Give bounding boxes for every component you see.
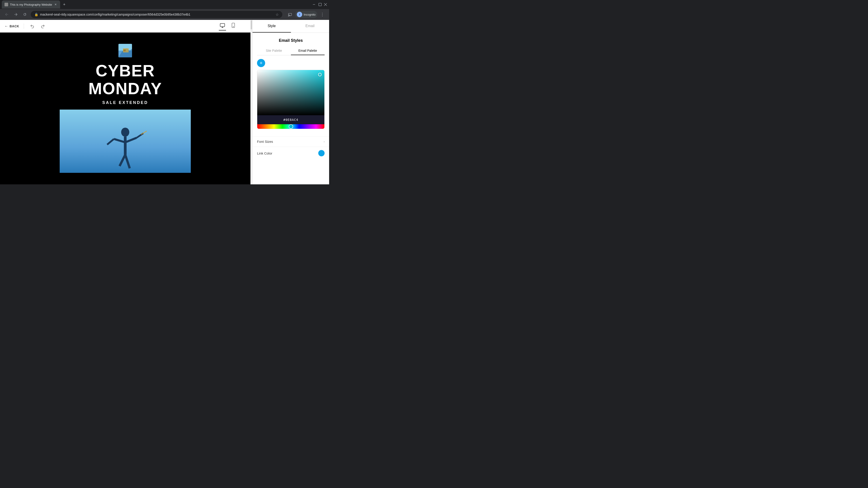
color-spectrum-slider[interactable]: [257, 124, 324, 129]
scrollbar-thumb[interactable]: [251, 20, 252, 29]
right-panel: Style Email Email Styles Site Palette Em…: [252, 20, 329, 184]
svg-rect-13: [123, 50, 126, 51]
cast-button[interactable]: [287, 11, 293, 18]
cyber-monday-headline: CYBER MONDAY: [64, 62, 186, 98]
svg-rect-4: [288, 13, 291, 15]
back-nav-button[interactable]: [4, 11, 10, 18]
palette-tabs: Site Palette Email Palette: [257, 46, 324, 55]
url-text: mackerel-seal-nldy.squarespace.com/confi…: [40, 13, 274, 16]
close-icon[interactable]: [324, 3, 327, 6]
back-label: BACK: [10, 24, 19, 28]
email-styles-title: Email Styles: [252, 33, 329, 46]
add-color-button[interactable]: +: [257, 59, 265, 67]
tab-title: This is my Photography Website: [10, 3, 52, 6]
profile-button[interactable]: I Incognito: [295, 11, 317, 18]
forward-nav-button[interactable]: [13, 11, 19, 18]
url-bar[interactable]: 🔒 mackerel-seal-nldy.squarespace.com/con…: [31, 11, 282, 18]
lock-icon: 🔒: [34, 13, 38, 16]
svg-rect-6: [220, 24, 225, 27]
undo-button[interactable]: [29, 23, 36, 30]
color-hex-display: #0E8AC4: [257, 115, 324, 124]
new-tab-button[interactable]: +: [61, 1, 67, 8]
color-gradient-area[interactable]: [257, 70, 324, 115]
svg-point-8: [233, 26, 234, 27]
tab-email[interactable]: Email: [291, 20, 329, 33]
window-controls: [313, 3, 327, 6]
site-palette-tab[interactable]: Site Palette: [257, 46, 291, 55]
photo-thumbnail: [119, 44, 132, 57]
tab-style[interactable]: Style: [252, 20, 291, 33]
spectrum-handle[interactable]: [289, 124, 293, 129]
reload-button[interactable]: [22, 11, 28, 18]
palette-section: Site Palette Email Palette + #0E8AC4: [252, 46, 329, 136]
canvas-scrollbar[interactable]: [250, 20, 252, 184]
profile-avatar: I: [297, 12, 302, 17]
browser-tab[interactable]: This is my Photography Website ✕: [2, 0, 60, 8]
svg-point-15: [121, 128, 129, 137]
back-arrow-icon: ←: [4, 24, 8, 28]
restore-icon[interactable]: [318, 3, 322, 6]
sale-extended-text: SALE EXTENDED: [64, 100, 186, 105]
email-canvas-area: CYBER MONDAY SALE EXTENDED: [0, 33, 250, 184]
tab-favicon: [4, 3, 8, 6]
link-color-label: Link Color: [257, 151, 272, 155]
back-button[interactable]: ← BACK: [4, 24, 19, 28]
font-sizes-row[interactable]: Font Sizes ›: [252, 136, 329, 147]
email-canvas: CYBER MONDAY SALE EXTENDED: [60, 37, 191, 184]
minimize-icon[interactable]: [313, 3, 316, 6]
tab-close-button[interactable]: ✕: [54, 3, 57, 6]
svg-point-5: [288, 16, 289, 17]
menu-button[interactable]: ⋮: [319, 11, 326, 18]
svg-rect-1: [319, 3, 321, 6]
campaign-image: [60, 109, 191, 173]
profile-label: Incognito: [304, 13, 315, 16]
device-toggle: [219, 22, 237, 31]
font-sizes-chevron: ›: [324, 140, 324, 143]
desktop-view-button[interactable]: [219, 22, 226, 31]
toolbar-separator: [24, 24, 24, 29]
bookmark-icon[interactable]: ☆: [276, 12, 279, 17]
font-sizes-label: Font Sizes: [257, 140, 273, 143]
app-toolbar: ← BACK: [0, 20, 250, 33]
panel-tabs: Style Email: [252, 20, 329, 33]
email-palette-tab[interactable]: Email Palette: [291, 46, 325, 55]
dancer-svg: [60, 109, 191, 173]
mobile-view-button[interactable]: [230, 22, 237, 31]
link-color-swatch[interactable]: [318, 150, 324, 156]
panel-content: Email Styles Site Palette Email Palette …: [252, 33, 329, 184]
color-picker[interactable]: #0E8AC4: [257, 70, 324, 129]
color-picker-handle[interactable]: [318, 73, 322, 76]
link-color-row: Link Color: [252, 147, 329, 160]
svg-rect-0: [313, 4, 315, 5]
color-gradient-inner: [257, 70, 324, 115]
redo-button[interactable]: [39, 23, 46, 30]
